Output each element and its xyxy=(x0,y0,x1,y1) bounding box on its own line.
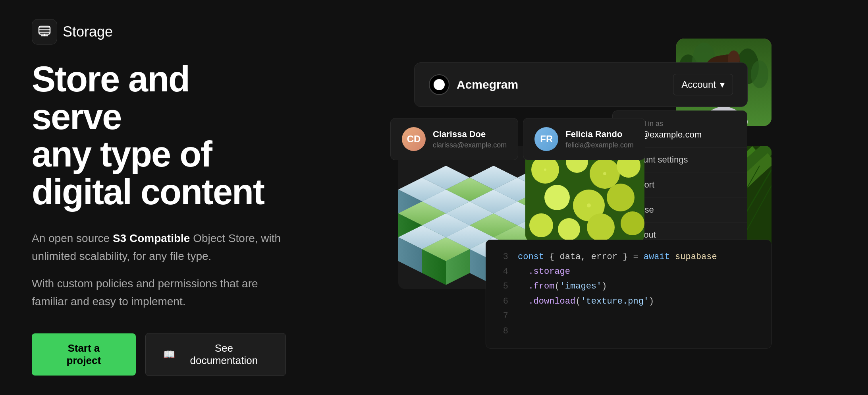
code-line-7: 7 xyxy=(499,309,758,323)
svg-rect-1 xyxy=(39,28,50,29)
hero-description-1: An open source S3 Compatible Object Stor… xyxy=(32,230,286,265)
fruit-photo xyxy=(525,146,644,241)
user-card-felicia: FR Felicia Rando felicia@example.com xyxy=(523,118,645,160)
user-email-felicia: felicia@example.com xyxy=(565,141,633,149)
svg-point-97 xyxy=(587,203,591,207)
user-cards-area: CD Clarissa Doe clarissa@example.com FR … xyxy=(390,118,645,160)
chevron-down-icon: ▾ xyxy=(720,79,725,90)
avatar-clarissa: CD xyxy=(402,127,426,151)
user-card-clarissa: CD Clarissa Doe clarissa@example.com xyxy=(390,118,518,160)
code-line-3: 3 const { data, error } = await supabase xyxy=(499,250,758,264)
avatar-felicia: FR xyxy=(534,127,558,151)
app-logo-area: Acmegram xyxy=(429,74,518,95)
app-header-card: Acmegram Account ▾ Signed in as sara@exa… xyxy=(414,62,748,107)
code-block: 3 const { data, error } = await supabase… xyxy=(486,240,772,349)
hero-title: Store and serve any type of digital cont… xyxy=(32,60,286,211)
user-name-felicia: Felicia Rando xyxy=(565,129,633,139)
svg-point-95 xyxy=(544,168,546,171)
svg-point-94 xyxy=(621,211,644,235)
app-logo-inner xyxy=(434,79,445,90)
ui-showcase: Acmegram Account ▾ Signed in as sara@exa… xyxy=(390,39,748,356)
svg-point-91 xyxy=(529,213,553,237)
brand-name: Storage xyxy=(63,23,113,40)
code-line-5: 5 .from('images') xyxy=(499,279,758,294)
button-group: Start a project 📖 See documentation xyxy=(32,333,286,376)
svg-point-96 xyxy=(603,172,606,175)
account-button[interactable]: Account ▾ xyxy=(673,74,733,95)
code-line-8: 8 xyxy=(499,324,758,339)
user-name-clarissa: Clarissa Doe xyxy=(433,129,507,139)
app-logo xyxy=(429,74,449,95)
svg-rect-2 xyxy=(39,31,50,33)
svg-point-88 xyxy=(544,185,570,210)
svg-point-7 xyxy=(751,60,768,88)
svg-point-90 xyxy=(607,184,635,211)
fruit-inner xyxy=(525,146,644,241)
book-icon: 📖 xyxy=(163,349,175,360)
see-documentation-button[interactable]: 📖 See documentation xyxy=(145,333,286,376)
hero-description-2: With custom policies and permissions tha… xyxy=(32,275,286,311)
svg-point-93 xyxy=(587,213,615,241)
code-line-4: 4 .storage xyxy=(499,264,758,279)
left-content: Storage Store and serve any type of digi… xyxy=(32,19,302,376)
user-info-felicia: Felicia Rando felicia@example.com xyxy=(565,129,633,149)
user-email-clarissa: clarissa@example.com xyxy=(433,141,507,149)
user-info-clarissa: Clarissa Doe clarissa@example.com xyxy=(433,129,507,149)
svg-rect-0 xyxy=(39,26,50,34)
code-line-6: 6 .download('texture.png') xyxy=(499,294,758,309)
right-content: Acmegram Account ▾ Signed in as sara@exa… xyxy=(302,0,836,395)
page-wrapper: Storage Store and serve any type of digi… xyxy=(0,0,868,395)
storage-icon xyxy=(32,19,57,45)
app-name: Acmegram xyxy=(457,78,518,91)
start-project-button[interactable]: Start a project xyxy=(32,333,136,376)
svg-point-92 xyxy=(558,218,580,240)
brand-label: Storage xyxy=(32,19,286,45)
